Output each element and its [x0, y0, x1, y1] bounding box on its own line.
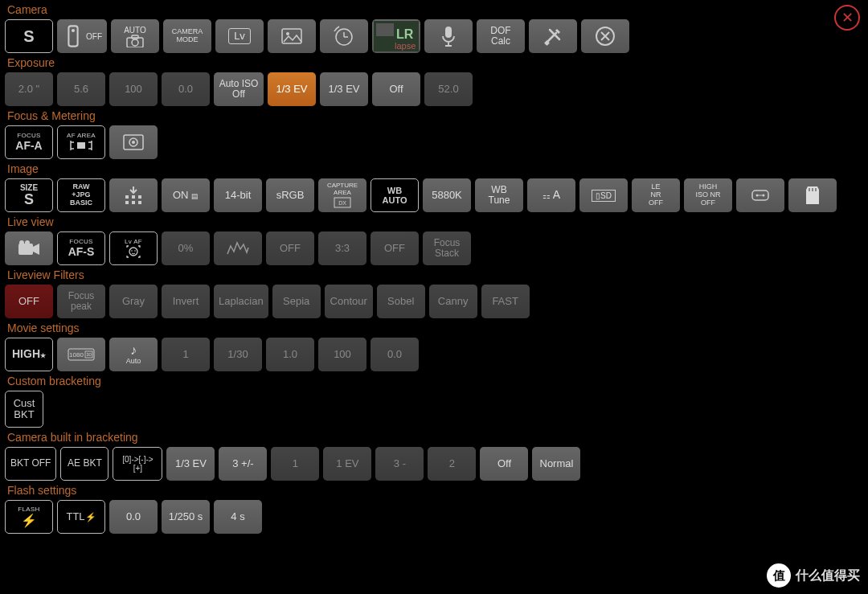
movie-audio-button[interactable]: ♪ Auto: [109, 338, 158, 371]
capture-area-button[interactable]: CAPTURE AREA DX: [318, 178, 366, 212]
tools-button[interactable]: [529, 19, 577, 53]
ev-step-button[interactable]: 1/3 EV: [320, 72, 368, 106]
close-button[interactable]: ✕: [834, 5, 860, 31]
svg-rect-22: [125, 201, 129, 204]
wb-tune-button[interactable]: WB Tune: [475, 178, 523, 212]
svg-rect-21: [138, 195, 141, 199]
microphone-button[interactable]: [424, 19, 473, 53]
lv-ratio-button[interactable]: 3:3: [318, 231, 366, 265]
lv-button[interactable]: Lv: [215, 19, 264, 53]
svg-text:30: 30: [86, 352, 92, 357]
movie-v5-button[interactable]: 0.0: [371, 338, 419, 371]
section-label-lvfilters: Liveview Filters: [5, 268, 863, 281]
on-toggle-button[interactable]: ON ▤: [162, 178, 210, 212]
flash-sync-button[interactable]: 1/250 s: [162, 500, 210, 534]
ev-step-active-button[interactable]: 1/3 EV: [268, 72, 316, 106]
lv-off2-button[interactable]: OFF: [371, 231, 419, 265]
wb-kelvin-button[interactable]: 5880K: [423, 178, 471, 212]
bkt-seq-button[interactable]: [0]->[-]->[+]: [113, 447, 162, 481]
picture-control-button[interactable]: ⚏ A: [527, 178, 575, 212]
camera-mode-button[interactable]: CAMERA MODE: [163, 19, 211, 53]
filter-sepia-button[interactable]: Sepia: [272, 285, 321, 318]
svg-rect-33: [18, 244, 33, 255]
cust-bkt-button[interactable]: Cust BKT: [5, 391, 43, 428]
filter-invert-button[interactable]: Invert: [162, 285, 210, 318]
wb-button[interactable]: WB AUTO: [371, 178, 419, 212]
remote-off-button[interactable]: OFF: [57, 19, 107, 53]
movie-quality-button[interactable]: HIGH★: [5, 338, 53, 371]
download-grid-icon: [122, 185, 145, 206]
watermark: 值 什么值得买: [767, 563, 860, 588]
dof-calc-button[interactable]: DOF Calc: [477, 19, 525, 53]
svg-rect-15: [77, 142, 85, 149]
focus-mode-button[interactable]: FOCUS AF-A: [5, 125, 53, 159]
sd-card-button[interactable]: ▯SD: [579, 178, 628, 212]
lv-off1-button[interactable]: OFF: [266, 231, 314, 265]
section-exposure: Exposure 2.0 " 5.6 100 0.0 Auto ISO Off …: [5, 56, 863, 106]
note-icon: ♪: [130, 343, 137, 358]
camera-mode-indicator[interactable]: S: [5, 19, 53, 53]
auto-camera-button[interactable]: AUTO: [111, 19, 159, 53]
movie-v4-button[interactable]: 100: [318, 338, 366, 371]
ttl-button[interactable]: TTL⚡: [57, 500, 105, 534]
movie-v3-button[interactable]: 1.0: [266, 338, 314, 371]
svg-rect-30: [809, 188, 810, 191]
bit-depth-button[interactable]: 14-bit: [214, 178, 262, 212]
ev-comp-button[interactable]: 0.0: [162, 72, 210, 106]
high-iso-nr-button[interactable]: HIGH ISO NR OFF: [684, 178, 732, 212]
bkt-v4-button[interactable]: 2: [428, 447, 476, 481]
focus-stack-button[interactable]: Focus Stack: [423, 231, 471, 265]
lv-focus-button[interactable]: FOCUS AF-S: [57, 231, 105, 265]
filter-fast-button[interactable]: FAST: [481, 285, 530, 318]
bkt-range-button[interactable]: 3 +/-: [219, 447, 267, 481]
le-nr-button[interactable]: LE NR OFF: [632, 178, 680, 212]
picture-button[interactable]: [268, 19, 316, 53]
af-area-button[interactable]: AF AREA: [57, 125, 105, 159]
memory-card-button[interactable]: [788, 178, 837, 212]
bkt-off-button[interactable]: BKT OFF: [5, 447, 56, 481]
filter-off-button[interactable]: OFF: [5, 285, 53, 318]
flash-delay-button[interactable]: 4 s: [214, 500, 262, 534]
bkt-normal-button[interactable]: Normal: [532, 447, 580, 481]
filter-sobel-button[interactable]: Sobel: [377, 285, 425, 318]
bkt-v3-button[interactable]: 3 -: [375, 447, 424, 481]
filter-contour-button[interactable]: Contour: [325, 285, 373, 318]
lv-percent-button[interactable]: 0%: [162, 231, 210, 265]
section-label-image: Image: [5, 162, 863, 175]
bkt-v2-button[interactable]: 1 EV: [323, 447, 371, 481]
auto-iso-button[interactable]: Auto ISO Off: [214, 72, 264, 106]
filter-canny-button[interactable]: Canny: [429, 285, 477, 318]
color-space-button[interactable]: sRGB: [266, 178, 314, 212]
flash-comp-button[interactable]: 0.0: [109, 500, 158, 534]
ae-bkt-button[interactable]: AE BKT: [60, 447, 108, 481]
timer-button[interactable]: [320, 19, 368, 53]
bkt-step-button[interactable]: 1/3 EV: [166, 447, 215, 481]
movie-res-button[interactable]: 108030: [57, 338, 105, 371]
movie-cam-button[interactable]: [5, 231, 53, 265]
raw-jpg-button[interactable]: RAW +JPG BASIC: [57, 178, 105, 212]
movie-v1-button[interactable]: 1: [162, 338, 210, 371]
flash-mode-button[interactable]: FLASH ⚡: [5, 500, 53, 534]
image-size-button[interactable]: SIZE S: [5, 178, 53, 212]
movie-cam-icon: [17, 240, 41, 257]
bkt-off2-button[interactable]: Off: [480, 447, 528, 481]
exposure-value-button[interactable]: 52.0: [424, 72, 473, 106]
iso-button[interactable]: 100: [109, 72, 158, 106]
filter-laplacian-button[interactable]: Laplacian: [214, 285, 268, 318]
svg-rect-32: [815, 188, 817, 191]
shutter-button[interactable]: 2.0 ": [5, 72, 53, 106]
cancel-button[interactable]: [581, 19, 629, 53]
metering-button[interactable]: [109, 125, 158, 159]
lv-af-button[interactable]: Lv AF: [109, 231, 158, 265]
filter-gray-button[interactable]: Gray: [109, 285, 158, 318]
aperture-button[interactable]: 5.6: [57, 72, 105, 106]
filter-focuspeak-button[interactable]: Focus peak: [57, 285, 105, 318]
connector-button[interactable]: [736, 178, 784, 212]
movie-v2-button[interactable]: 1/30: [214, 338, 262, 371]
capture-area-icon: DX: [333, 197, 352, 208]
lr-timelapse-button[interactable]: LRlapse: [372, 19, 420, 53]
bkt-v1-button[interactable]: 1: [271, 447, 319, 481]
exposure-off-button[interactable]: Off: [372, 72, 420, 106]
download-button[interactable]: [109, 178, 158, 212]
lv-histogram-button[interactable]: [214, 231, 262, 265]
